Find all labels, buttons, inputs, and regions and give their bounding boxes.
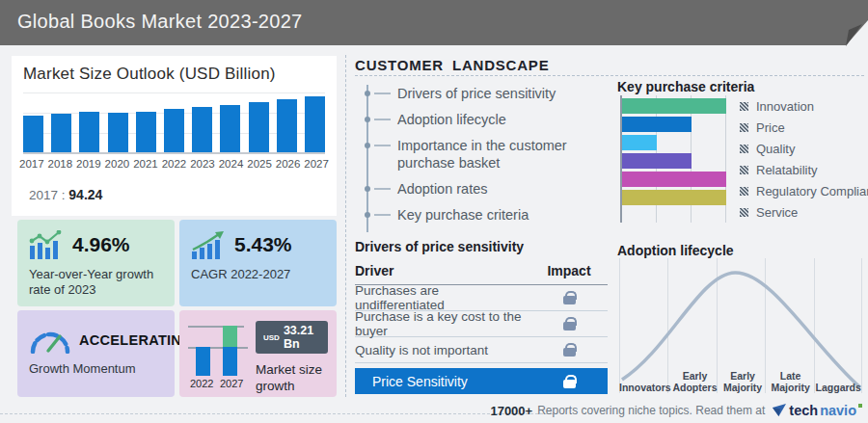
customer-landscape-underline xyxy=(355,75,864,76)
year-tick-label: 2027 xyxy=(304,158,329,170)
momentum-value: ACCELERATING xyxy=(79,332,193,348)
cagr-card: 5.43% CAGR 2022-2027 xyxy=(179,220,337,306)
market-size-growth-card: 2022 2027 USD 33.21 Bn Market size growt… xyxy=(179,310,337,397)
growth-mini-chart: 2022 2027 xyxy=(188,318,248,389)
market-size-panel: Market Size Outlook (USD Billion) 201720… xyxy=(12,56,337,216)
adoption-lifecycle-title: Adoption lifecycle xyxy=(617,243,734,258)
driver-row: Purchases are undifferentiated xyxy=(355,285,608,311)
market-size-year-axis: 2017201820192020202120222023202420252026… xyxy=(19,158,329,170)
kpc-legend-item: Innovation xyxy=(740,95,868,117)
drivers-table-header: Driver Impact xyxy=(355,260,608,285)
legend-marker-icon xyxy=(740,145,748,153)
brand-green-mark xyxy=(858,404,862,408)
driver-column-header: Driver xyxy=(355,263,530,278)
growth-momentum-card: ACCELERATING Growth Momentum xyxy=(17,310,175,397)
legend-marker-icon xyxy=(740,166,748,174)
kpc-bar xyxy=(622,172,726,187)
market-size-bar xyxy=(305,96,325,152)
landscape-item: Drivers of price sensitivity xyxy=(368,85,593,102)
cagr-label: CAGR 2022-2027 xyxy=(191,267,325,282)
year-tick-label: 2021 xyxy=(133,158,158,170)
year-tick-label: 2024 xyxy=(219,158,244,170)
adoption-stage-label: Late Majority xyxy=(767,370,815,393)
legend-label: Regulatory Compliance xyxy=(756,184,868,198)
bar-2022 xyxy=(196,347,210,376)
growth-arrow-icon xyxy=(191,230,226,259)
year-tick-label: 2020 xyxy=(105,158,130,170)
column-divider xyxy=(345,55,346,397)
landscape-item: Key purchase criteria xyxy=(368,206,593,224)
legend-label: Service xyxy=(756,205,798,220)
drivers-title: Drivers of price sensitivity xyxy=(355,239,524,254)
market-size-bar xyxy=(51,114,71,152)
growth-year-end: 2027 xyxy=(220,378,243,389)
year-tick-label: 2019 xyxy=(76,158,101,170)
drivers-table-rows: Purchases are undifferentiatedPurchase i… xyxy=(355,285,608,363)
legend-label: Quality xyxy=(756,142,795,156)
kpc-bars xyxy=(620,95,726,223)
kpc-bar xyxy=(622,117,692,132)
footer-divider xyxy=(0,413,557,414)
yoy-label: Year-over-Year growth rate of 2023 xyxy=(29,267,163,298)
year-tick-label: 2018 xyxy=(48,158,73,170)
customer-landscape-list: Drivers of price sensitivityAdoption lif… xyxy=(366,85,593,232)
year-tick-label: 2026 xyxy=(276,158,301,170)
kpc-legend-item: Regulatory Compliance xyxy=(740,180,868,201)
growth-currency: USD xyxy=(263,333,280,342)
kpc-bar xyxy=(622,98,726,114)
speedometer-icon xyxy=(29,327,71,354)
year-tick-label: 2023 xyxy=(190,158,215,170)
landscape-item: Importance in the customer purchase bask… xyxy=(368,137,593,172)
market-size-bar xyxy=(23,116,43,152)
brand-tech: tech xyxy=(789,403,818,418)
base-year: 2017 : xyxy=(29,188,66,202)
growth-amount: 33.21 Bn xyxy=(284,324,320,351)
market-size-bars xyxy=(23,93,325,154)
footer: 17000+ Reports covering niche topics. Re… xyxy=(490,403,862,418)
brand-navio: navio xyxy=(820,403,856,418)
price-sensitivity-label: Price Sensitivity xyxy=(355,374,530,389)
adoption-stage-label: Innovators xyxy=(619,382,671,393)
bar-2027-base xyxy=(223,347,237,376)
market-size-bar xyxy=(164,109,184,152)
market-size-bar xyxy=(108,113,128,152)
lock-icon xyxy=(563,348,576,357)
adoption-stage-label: Early Adopters xyxy=(671,370,719,393)
year-tick-label: 2022 xyxy=(162,158,187,170)
legend-label: Price xyxy=(756,120,785,135)
growth-year-start: 2022 xyxy=(190,378,213,389)
legend-label: Relatability xyxy=(756,163,818,177)
growth-label: Market size growth xyxy=(256,361,328,394)
drivers-table: Driver Impact Purchases are undifferenti… xyxy=(355,260,608,394)
bar-trend-icon xyxy=(29,230,64,259)
adoption-stage-label: Laggards xyxy=(814,382,862,393)
market-size-bar xyxy=(192,107,212,152)
kpc-bar xyxy=(622,153,692,169)
yoy-growth-card: 4.96% Year-over-Year growth rate of 2023 xyxy=(17,220,175,306)
driver-row: Purchase is a key cost to the buyer xyxy=(355,311,608,337)
impact-column-header: Impact xyxy=(530,263,608,278)
legend-marker-icon xyxy=(740,123,748,132)
legend-marker-icon xyxy=(740,208,748,217)
yoy-value: 4.96% xyxy=(72,233,130,256)
lock-icon xyxy=(563,322,576,330)
market-size-bar xyxy=(79,112,99,152)
growth-value-badge: USD 33.21 Bn xyxy=(256,321,328,354)
kpc-legend-item: Price xyxy=(740,117,868,138)
year-tick-label: 2017 xyxy=(19,158,44,170)
market-size-title: Market Size Outlook (USD Billion) xyxy=(23,65,276,84)
price-sensitivity-row: Price Sensitivity xyxy=(355,368,608,394)
landscape-item: Adoption lifecycle xyxy=(368,111,593,128)
legend-marker-icon xyxy=(740,187,748,196)
adoption-lifecycle-chart: InnovatorsEarly AdoptersEarly MajorityLa… xyxy=(619,258,862,393)
base-value: 94.24 xyxy=(68,187,102,202)
legend-marker-icon xyxy=(740,102,748,111)
momentum-label: Growth Momentum xyxy=(29,361,163,377)
technavio-logo[interactable]: tech navio xyxy=(773,403,862,418)
page-title: Global Books Market 2023-2027 xyxy=(17,11,303,33)
market-size-base-note: 2017 : 94.24 xyxy=(29,187,102,202)
bar-2027-growth xyxy=(223,326,237,347)
driver-label: Purchases are undifferentiated xyxy=(355,283,530,312)
kpc-legend-item: Quality xyxy=(740,138,868,159)
landscape-item: Adoption rates xyxy=(368,180,593,198)
